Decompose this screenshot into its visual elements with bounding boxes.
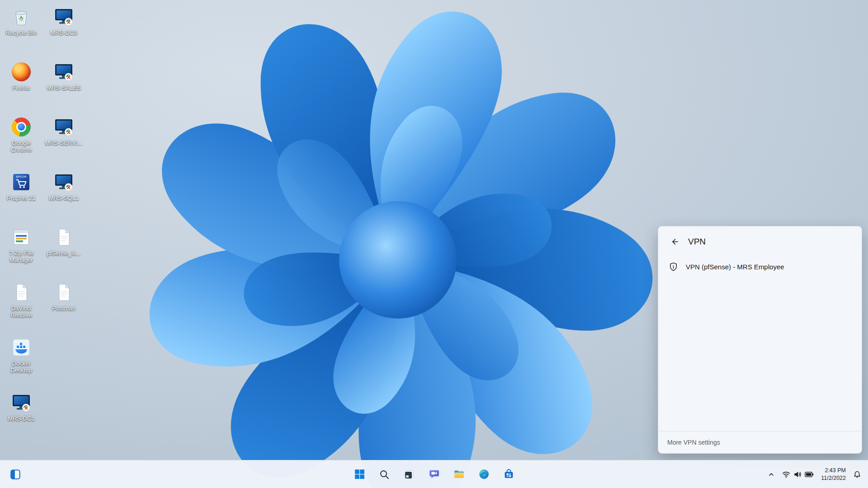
desktop-icon-label: Docker Desktop xyxy=(1,360,41,374)
desktop-icon-mrs-sql1[interactable]: MRS-SQL1 xyxy=(43,172,84,202)
desktop-icon-pfsense-file[interactable]: pfSense_lk... xyxy=(43,227,84,257)
document-icon xyxy=(53,282,74,303)
taskbar: 2:43 PM 11/2/2022 xyxy=(0,460,868,488)
desktop-icon-mrs-dc1[interactable]: MRS-DC1 xyxy=(1,392,42,422)
back-button[interactable] xyxy=(666,235,683,249)
battery-icon xyxy=(805,471,814,478)
desktop-icon-label: MRS-DC1 xyxy=(8,415,34,422)
prophet21-icon: EPICOR xyxy=(11,172,32,192)
desktop-icon-mrs-servi[interactable]: MRS-SERVI... xyxy=(43,117,84,146)
taskbar-center xyxy=(349,460,519,488)
desktop-icon-label: Google Chrome xyxy=(1,140,41,154)
desktop-icon-davinci-resolve[interactable]: DaVinci Resolve xyxy=(1,282,42,319)
desktop-icon-prophet-21[interactable]: EPICOR Prophet 21 xyxy=(1,172,42,202)
task-view-button[interactable] xyxy=(399,465,419,484)
7zip-icon xyxy=(11,227,32,248)
start-button[interactable] xyxy=(349,465,369,484)
desktop-icon-label: MRS-SALES xyxy=(47,84,80,91)
vpn-flyout-panel: VPN VPN (pfSense) - MRS Employee More VP… xyxy=(658,226,862,454)
desktop-icon-label: Recycle Bin xyxy=(6,29,37,36)
edge-button[interactable] xyxy=(474,465,494,484)
file-explorer-icon xyxy=(453,469,465,480)
desktop-icon-7zip[interactable]: 7-Zip File Manager xyxy=(1,227,42,264)
desktop-icon-label: MRS-SQL1 xyxy=(49,195,79,202)
recycle-bin-icon xyxy=(11,6,32,27)
chevron-up-icon xyxy=(768,471,775,478)
edge-icon xyxy=(478,469,490,480)
volume-icon xyxy=(793,470,802,479)
desktop-icon-mrs-dc3[interactable]: MRS-DC3 xyxy=(43,6,84,36)
wifi-icon xyxy=(782,470,790,479)
widgets-button[interactable] xyxy=(5,465,25,484)
vpn-flyout-header: VPN xyxy=(658,226,862,253)
desktop-icon-label: Postman xyxy=(52,305,75,312)
svg-text:EPICOR: EPICOR xyxy=(16,175,27,178)
chat-icon xyxy=(429,469,440,480)
search-button[interactable] xyxy=(374,465,394,484)
desktop-icon-mrs-sales[interactable]: MRS-SALES xyxy=(43,61,84,91)
flyout-spacer xyxy=(658,277,862,431)
docker-icon xyxy=(11,337,32,358)
desktop-icon-label: DaVinci Resolve xyxy=(1,305,41,319)
file-explorer-button[interactable] xyxy=(449,465,469,484)
desktop-icon-label: MRS-DC3 xyxy=(50,29,77,36)
more-vpn-settings-link[interactable]: More VPN settings xyxy=(667,439,720,446)
desktop-icon-google-chrome[interactable]: Google Chrome xyxy=(1,117,42,154)
remote-computer-icon xyxy=(53,172,74,192)
back-arrow-icon xyxy=(670,237,679,246)
desktop-icon-firefox[interactable]: Firefox xyxy=(1,61,42,91)
system-tray: 2:43 PM 11/2/2022 xyxy=(764,460,864,488)
desktop-icon-postman[interactable]: Postman xyxy=(43,282,84,312)
notification-center-button[interactable] xyxy=(850,465,864,484)
desktop: Recycle Bin MRS-DC3 Firefox xyxy=(0,0,868,488)
quick-settings-button[interactable] xyxy=(779,465,817,484)
vpn-connection-name: VPN (pfSense) - MRS Employee xyxy=(686,263,784,271)
clock-button[interactable]: 2:43 PM 11/2/2022 xyxy=(818,465,849,484)
store-icon xyxy=(503,469,514,480)
start-icon xyxy=(354,469,365,480)
document-icon xyxy=(11,282,32,303)
clock: 2:43 PM 11/2/2022 xyxy=(821,467,846,482)
taskbar-left xyxy=(5,460,25,488)
firefox-icon xyxy=(11,61,32,82)
remote-computer-icon xyxy=(53,117,74,137)
chat-button[interactable] xyxy=(424,465,444,484)
desktop-icon-label: 7-Zip File Manager xyxy=(1,250,41,264)
tray-date: 11/2/2022 xyxy=(821,474,846,482)
tray-time: 2:43 PM xyxy=(825,467,846,474)
widgets-icon xyxy=(9,469,21,480)
tray-overflow-button[interactable] xyxy=(764,465,778,484)
desktop-icon-label: Prophet 21 xyxy=(7,195,36,202)
chrome-icon xyxy=(11,117,32,137)
desktop-icon-label: pfSense_lk... xyxy=(47,250,80,257)
flyout-title: VPN xyxy=(688,237,706,247)
vpn-flyout-footer: More VPN settings xyxy=(658,431,862,453)
search-icon xyxy=(379,469,390,480)
notification-bell-icon xyxy=(853,470,861,479)
remote-computer-icon xyxy=(53,61,74,82)
desktop-icon-label: Firefox xyxy=(12,84,30,91)
vpn-shield-icon xyxy=(668,262,679,272)
vpn-connection-item[interactable]: VPN (pfSense) - MRS Employee xyxy=(662,256,858,277)
remote-computer-icon xyxy=(53,6,74,27)
task-view-icon xyxy=(404,469,415,480)
document-icon xyxy=(53,227,74,248)
remote-computer-icon xyxy=(11,392,32,413)
desktop-icon-label: MRS-SERVI... xyxy=(45,140,83,146)
desktop-icon-recycle-bin[interactable]: Recycle Bin xyxy=(1,6,42,36)
desktop-icon-docker-desktop[interactable]: Docker Desktop xyxy=(1,337,42,374)
store-button[interactable] xyxy=(499,465,519,484)
